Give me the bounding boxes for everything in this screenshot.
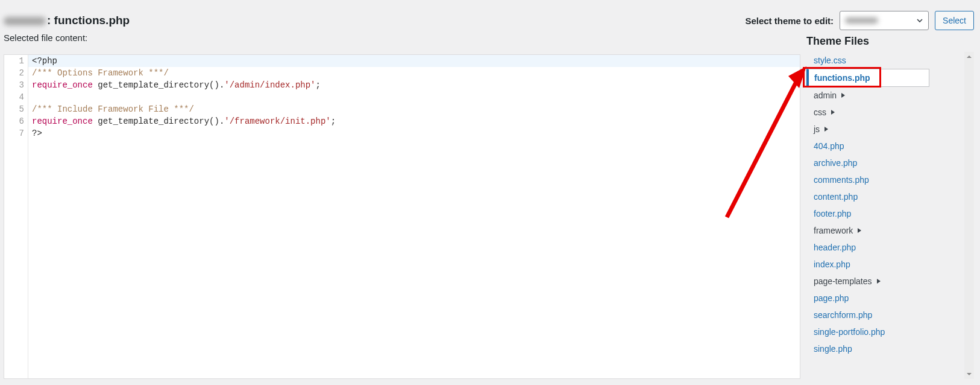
code-token: ; [316, 80, 321, 90]
line-number: 1 [4, 55, 28, 67]
code-line[interactable]: /*** Include Framework File ***/ [28, 103, 800, 115]
theme-folder-item[interactable]: css [806, 104, 929, 121]
code-token [93, 80, 98, 90]
theme-file-item[interactable]: footer.php [806, 205, 929, 222]
file-label: page.php [814, 293, 849, 303]
code-token: require_once [32, 80, 93, 90]
file-label: comments.php [814, 175, 869, 185]
file-label: index.php [814, 259, 850, 269]
theme-files-panel: style.cssfunctions.phpadmincssjs404.phpa… [806, 52, 929, 379]
folder-label: admin [814, 91, 837, 100]
scroll-down-icon[interactable] [964, 369, 974, 379]
theme-file-item[interactable]: index.php [806, 256, 929, 273]
theme-file-item[interactable]: page.php [806, 290, 929, 307]
theme-select-value-blurred [845, 18, 878, 24]
theme-file-item[interactable]: header.php [806, 239, 929, 256]
chevron-right-icon [823, 126, 829, 132]
code-line[interactable]: require_once get_template_directory().'/… [28, 79, 800, 91]
code-token: '/admin/index.php' [224, 80, 315, 90]
page-title: : functions.php [4, 14, 130, 27]
code-line[interactable]: require_once get_template_directory().'/… [28, 115, 800, 127]
code-line[interactable]: <?php [28, 55, 800, 67]
code-token: get_template_directory [98, 80, 209, 90]
chevron-right-icon [876, 278, 882, 284]
file-label: single.php [814, 344, 852, 354]
theme-file-item[interactable]: searchform.php [806, 307, 929, 323]
code-line[interactable]: /*** Options Framework ***/ [28, 67, 800, 79]
code-area[interactable]: <?php/*** Options Framework ***/require_… [28, 55, 800, 378]
theme-file-item[interactable]: comments.php [806, 171, 929, 188]
theme-file-item[interactable]: functions.php [806, 69, 929, 87]
line-number: 5 [4, 103, 28, 115]
theme-files-title: Theme Files [806, 35, 869, 48]
select-button[interactable]: Select [935, 11, 974, 30]
vertical-scrollbar[interactable] [964, 52, 974, 379]
line-number: 3 [4, 79, 28, 91]
code-token: (). [209, 116, 224, 126]
folder-label: framework [814, 226, 853, 235]
line-number: 7 [4, 127, 28, 139]
theme-folder-item[interactable]: js [806, 121, 929, 138]
folder-label: js [814, 124, 820, 134]
select-button-label: Select [943, 16, 966, 25]
file-label: single-portfolio.php [814, 327, 885, 337]
theme-folder-item[interactable]: admin [806, 87, 929, 104]
folder-label: page-templates [814, 276, 872, 286]
theme-file-item[interactable]: single-portfolio.php [806, 323, 929, 340]
file-label: header.php [814, 243, 856, 252]
code-token: ; [331, 116, 336, 126]
chevron-right-icon [856, 228, 862, 234]
file-label: style.css [814, 56, 846, 65]
title-suffix: : functions.php [47, 14, 130, 27]
file-label: searchform.php [814, 310, 872, 320]
code-token: ?> [32, 129, 42, 138]
chevron-right-icon [830, 109, 836, 115]
scroll-up-icon[interactable] [964, 52, 974, 62]
chevron-right-icon [840, 92, 846, 98]
select-theme-label: Select theme to edit: [745, 16, 834, 26]
file-label: footer.php [814, 209, 851, 218]
subheader: Selected file content: [4, 33, 87, 43]
code-line[interactable]: ?> [28, 127, 800, 139]
file-label: content.php [814, 192, 858, 202]
code-token: <?php [32, 56, 57, 66]
file-label: functions.php [814, 73, 870, 83]
folder-label: css [814, 107, 826, 117]
theme-folder-item[interactable]: page-templates [806, 273, 929, 290]
code-token: '/framework/init.php' [224, 116, 330, 126]
theme-file-item[interactable]: single.php [806, 340, 929, 357]
code-token: /*** Include Framework File ***/ [32, 104, 194, 114]
theme-select-dropdown[interactable] [840, 11, 929, 30]
code-token: (). [209, 80, 224, 90]
theme-file-item[interactable]: style.css [806, 52, 929, 69]
theme-file-item[interactable]: content.php [806, 188, 929, 205]
theme-folder-item[interactable]: framework [806, 222, 929, 239]
code-token: /*** Options Framework ***/ [32, 68, 169, 78]
code-token [93, 116, 98, 126]
file-label: archive.php [814, 158, 857, 168]
code-editor[interactable]: 1234567 <?php/*** Options Framework ***/… [4, 54, 800, 379]
top-bar: : functions.php Select theme to edit: Se… [4, 8, 974, 33]
code-token: require_once [32, 116, 93, 126]
theme-file-item[interactable]: archive.php [806, 154, 929, 171]
scroll-track[interactable] [964, 62, 974, 369]
line-gutter: 1234567 [4, 55, 28, 378]
line-number: 2 [4, 67, 28, 79]
code-line[interactable] [28, 91, 800, 103]
code-token: get_template_directory [98, 116, 209, 126]
line-number: 4 [4, 91, 28, 103]
chevron-down-icon [916, 17, 923, 24]
line-number: 6 [4, 115, 28, 127]
theme-file-item[interactable]: 404.php [806, 138, 929, 154]
theme-name-blurred [4, 17, 46, 25]
file-label: 404.php [814, 141, 844, 151]
